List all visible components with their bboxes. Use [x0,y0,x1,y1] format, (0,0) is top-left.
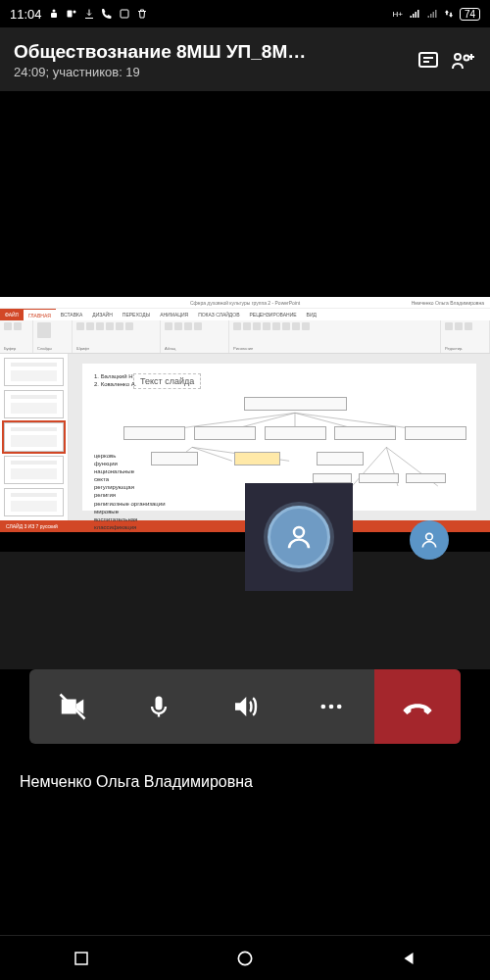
svg-rect-5 [419,53,437,67]
call-controls [29,669,461,744]
slide-diagram [123,397,466,485]
ppt-tab-home[interactable]: ГЛАВНАЯ [24,309,56,320]
svg-point-0 [52,10,55,13]
svg-point-12 [321,705,326,710]
signal-icon [409,8,420,20]
meeting-subtitle: 24:09; участников: 19 [14,65,406,79]
ppt-tab-view[interactable]: ВИД [302,309,321,320]
slide-title-placeholder: Текст слайда [133,373,201,389]
network-type-icon: H+ [392,10,402,19]
more-options-button[interactable] [288,669,374,744]
android-nav-bar [0,935,490,980]
ppt-tab-design[interactable]: ДИЗАЙН [87,309,118,320]
ppt-tab-animation[interactable]: АНИМАЦИЯ [155,309,193,320]
thumb-1[interactable] [4,358,64,386]
svg-point-7 [465,55,469,60]
speaker-avatar-icon [268,506,330,568]
svg-point-3 [73,11,75,14]
ppt-ribbon-tabs[interactable]: ФАЙЛ ГЛАВНАЯ ВСТАВКА ДИЗАЙН ПЕРЕХОДЫ АНИ… [0,309,490,320]
add-people-button[interactable] [451,48,476,74]
camera-toggle-button[interactable] [29,669,116,744]
nav-recent-button[interactable] [71,948,92,969]
slide-thumbnails[interactable] [0,354,69,520]
nav-home-button[interactable] [234,948,256,969]
android-status-bar: 11:04 H+ 74 [0,0,490,27]
meeting-title: Обществознание 8МШ УП_8М… [14,41,406,63]
speaker-video-tile[interactable] [245,483,353,591]
teams-app-icon [66,8,77,20]
teams-mini-icon [48,8,60,20]
thumb-4[interactable] [4,456,64,484]
download-icon [83,8,95,20]
thumb-3[interactable] [4,422,64,451]
signal-2-icon [426,8,438,20]
ppt-tab-file[interactable]: ФАЙЛ [0,309,24,320]
svg-rect-11 [156,697,163,710]
ppt-ribbon[interactable]: Буфер Слайды Шрифт Абзац Рисование Редак… [0,320,490,354]
svg-rect-2 [67,11,72,18]
svg-rect-1 [51,13,57,18]
hang-up-button[interactable] [374,669,461,744]
ppt-titlebar: Сфера духовной культуры группа 2 - Power… [0,297,490,309]
mic-toggle-button[interactable] [116,669,202,744]
svg-rect-4 [121,10,128,18]
trash-icon [136,8,148,20]
shared-screen: Сфера духовной культуры группа 2 - Power… [0,297,490,552]
speaker-name-caption: Немченко Ольга Владимировна [0,744,490,791]
chat-button[interactable] [416,48,441,74]
slide-names-list: 1. Балацкий Н 2. Коваленко А. [94,373,136,389]
svg-point-14 [337,705,342,710]
ppt-tab-review[interactable]: РЕЦЕНЗИРОВАНИЕ [244,309,301,320]
thumb-5[interactable] [4,488,64,516]
phone-icon [101,8,113,20]
nav-back-button[interactable] [398,948,419,969]
slide-terms-list: церковь функции национальные секта регул… [94,452,165,531]
clock: 11:04 [10,7,42,22]
speaker-toggle-button[interactable] [202,669,288,744]
video-blank-area [0,91,490,297]
data-icon [444,9,454,19]
svg-rect-15 [75,953,87,964]
ppt-tab-insert[interactable]: ВСТАВКА [56,309,87,320]
battery-indicator: 74 [460,8,480,21]
svg-point-8 [294,527,304,537]
ppt-tab-transitions[interactable]: ПЕРЕХОДЫ [118,309,155,320]
app-icon [119,8,130,20]
thumb-2[interactable] [4,390,64,418]
svg-point-9 [426,533,433,540]
meeting-header: Обществознание 8МШ УП_8М… 24:09; участни… [0,27,490,91]
svg-point-13 [329,705,334,710]
participant-avatar[interactable] [410,520,449,560]
svg-point-16 [238,952,251,964]
ppt-tab-slideshow[interactable]: ПОКАЗ СЛАЙДОВ [193,309,244,320]
svg-point-6 [455,54,461,60]
